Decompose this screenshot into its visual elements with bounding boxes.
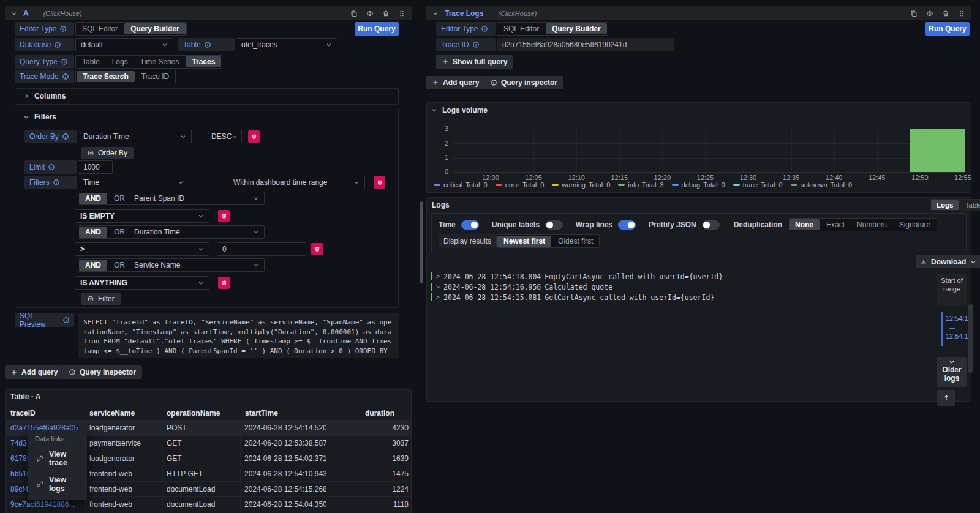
editor-type-switch[interactable]: SQL EditorQuery Builder bbox=[75, 22, 187, 36]
run-query-button[interactable]: Run Query bbox=[925, 22, 970, 36]
display-results-option[interactable]: Newest first bbox=[497, 236, 551, 247]
trace-mode-option[interactable]: Trace ID bbox=[135, 71, 176, 82]
deduplication-option[interactable]: Numbers bbox=[851, 219, 893, 230]
condition3-bool-switch[interactable]: ANDOR bbox=[78, 258, 132, 272]
logs-view-option[interactable]: Logs bbox=[931, 200, 959, 210]
column-header-traceid[interactable]: traceID bbox=[10, 409, 36, 418]
info-icon[interactable] bbox=[473, 42, 479, 48]
log-expand-chevron[interactable]: > bbox=[436, 283, 440, 290]
logs-view-option[interactable]: Table bbox=[959, 200, 980, 210]
editor-type-option[interactable]: SQL Editor bbox=[76, 23, 124, 34]
query-type-option[interactable]: Time Series bbox=[134, 56, 186, 67]
order-by-direction-select[interactable]: DESC bbox=[206, 130, 242, 143]
drag-handle-icon[interactable] bbox=[398, 10, 405, 17]
info-icon[interactable] bbox=[62, 73, 69, 80]
logs-scrollbar[interactable] bbox=[968, 304, 973, 373]
filter-time-delete-button[interactable] bbox=[374, 176, 385, 189]
bool-option[interactable]: AND bbox=[79, 227, 107, 238]
query-type-option[interactable]: Logs bbox=[106, 56, 134, 67]
order-by-field-select[interactable]: Duration Time bbox=[78, 130, 192, 143]
logs-volume-bar[interactable] bbox=[910, 129, 965, 172]
condition2-operator-select[interactable]: > bbox=[75, 242, 209, 256]
order-by-delete-button[interactable] bbox=[248, 130, 260, 143]
filters-section-header[interactable]: Filters bbox=[23, 113, 56, 121]
legend-item[interactable]: warning Total: 0 bbox=[552, 181, 610, 189]
column-header-operationname[interactable]: operationName bbox=[167, 409, 220, 418]
column-header-starttime[interactable]: startTime bbox=[245, 409, 278, 418]
duplicate-query-icon[interactable] bbox=[910, 10, 918, 17]
display-results-option[interactable]: Oldest first bbox=[552, 236, 599, 247]
logs-view-switch[interactable]: LogsTable bbox=[930, 199, 980, 211]
deduplication-option[interactable]: None bbox=[789, 219, 820, 230]
info-icon[interactable] bbox=[53, 179, 59, 185]
hide-query-icon[interactable] bbox=[926, 10, 933, 17]
bool-option[interactable]: AND bbox=[79, 193, 107, 204]
log-expand-chevron[interactable]: > bbox=[436, 294, 440, 301]
legend-item[interactable]: debug Total: 0 bbox=[672, 181, 725, 189]
add-filter-button[interactable]: Filter bbox=[81, 293, 121, 305]
query-inspector-button[interactable]: Query inspector bbox=[63, 365, 142, 379]
logs-volume-header[interactable]: Logs volume bbox=[431, 106, 488, 114]
info-icon[interactable] bbox=[61, 59, 67, 65]
left-pane-scrollbar[interactable] bbox=[420, 201, 423, 283]
show-full-query-button[interactable]: Show full query bbox=[436, 55, 513, 69]
scroll-to-top-button[interactable] bbox=[937, 390, 956, 406]
deduplication-option[interactable]: Signature bbox=[893, 219, 937, 230]
condition3-operator-select[interactable]: IS ANYTHING bbox=[75, 276, 209, 290]
columns-section-header[interactable]: Columns bbox=[23, 92, 66, 100]
info-icon[interactable] bbox=[48, 164, 55, 170]
column-header-servicename[interactable]: serviceName bbox=[89, 409, 135, 418]
info-icon[interactable] bbox=[55, 42, 61, 48]
delete-query-icon[interactable] bbox=[382, 10, 390, 17]
editor-type-option[interactable]: SQL Editor bbox=[497, 23, 545, 34]
left-query-row-header[interactable]: A (ClickHouse) bbox=[5, 6, 412, 20]
add-query-button[interactable]: Add query bbox=[5, 365, 64, 379]
wrap-lines-toggle[interactable] bbox=[618, 220, 636, 230]
legend-item[interactable]: trace Total: 0 bbox=[733, 181, 783, 189]
condition1-operator-select[interactable]: IS EMPTY bbox=[75, 209, 209, 223]
condition3-delete-button[interactable] bbox=[218, 277, 230, 289]
legend-item[interactable]: info Total: 3 bbox=[618, 181, 663, 189]
query-inspector-button[interactable]: Query inspector bbox=[484, 76, 564, 89]
condition2-delete-button[interactable] bbox=[311, 243, 323, 255]
bool-option[interactable]: OR bbox=[108, 227, 131, 238]
add-order-by-button[interactable]: Order By bbox=[81, 147, 134, 159]
condition1-field-select[interactable]: Parent Span ID bbox=[129, 192, 265, 205]
legend-item[interactable]: unknown Total: 0 bbox=[791, 181, 853, 189]
limit-input[interactable]: 1000 bbox=[78, 160, 113, 174]
condition2-bool-switch[interactable]: ANDOR bbox=[78, 225, 132, 239]
filter-time-field-select[interactable]: Time bbox=[78, 176, 189, 189]
database-select[interactable]: default bbox=[75, 38, 173, 51]
info-icon[interactable] bbox=[481, 26, 488, 32]
log-expand-chevron[interactable]: > bbox=[436, 273, 440, 280]
collapse-chevron-icon[interactable] bbox=[11, 10, 17, 17]
log-line[interactable]: > 2024-06-28 12:54:15.081 GetCartAsync c… bbox=[431, 292, 908, 302]
display-results-switch[interactable]: Newest firstOldest first bbox=[496, 234, 600, 248]
duplicate-query-icon[interactable] bbox=[350, 10, 358, 17]
filter-time-operator-select[interactable]: Within dashboard time range bbox=[228, 176, 365, 189]
trace-mode-option[interactable]: Trace Search bbox=[77, 71, 135, 82]
run-query-button[interactable]: Run Query bbox=[355, 22, 399, 36]
condition1-bool-switch[interactable]: ANDOR bbox=[78, 192, 132, 205]
query-type-option[interactable]: Traces bbox=[186, 56, 221, 67]
delete-query-icon[interactable] bbox=[942, 10, 949, 17]
legend-item[interactable]: critical Total: 0 bbox=[434, 181, 488, 189]
unique-labels-toggle[interactable] bbox=[545, 220, 563, 230]
deduplication-option[interactable]: Exact bbox=[820, 219, 851, 230]
legend-item[interactable]: error Total: 0 bbox=[496, 181, 545, 189]
log-line[interactable]: > 2024-06-28 12:54:16.956 Calculated quo… bbox=[431, 282, 908, 292]
time-toggle[interactable] bbox=[461, 220, 479, 230]
info-icon[interactable] bbox=[63, 317, 69, 323]
bool-option[interactable]: OR bbox=[108, 260, 131, 271]
prettify-json-toggle[interactable] bbox=[702, 220, 720, 230]
context-menu-item[interactable]: View logs bbox=[28, 471, 87, 497]
context-menu-item[interactable]: View trace bbox=[28, 446, 87, 471]
right-query-row-header[interactable]: Trace Logs (ClickHouse) bbox=[426, 6, 971, 20]
download-button[interactable]: Download bbox=[916, 255, 980, 268]
table-select[interactable]: otel_traces bbox=[236, 38, 337, 51]
editor-type-option[interactable]: Query Builder bbox=[124, 23, 185, 34]
info-icon[interactable] bbox=[60, 26, 66, 32]
older-logs-button[interactable]: Older logs bbox=[937, 357, 967, 387]
condition3-field-select[interactable]: Service Name bbox=[129, 258, 265, 272]
hide-query-icon[interactable] bbox=[366, 10, 374, 17]
